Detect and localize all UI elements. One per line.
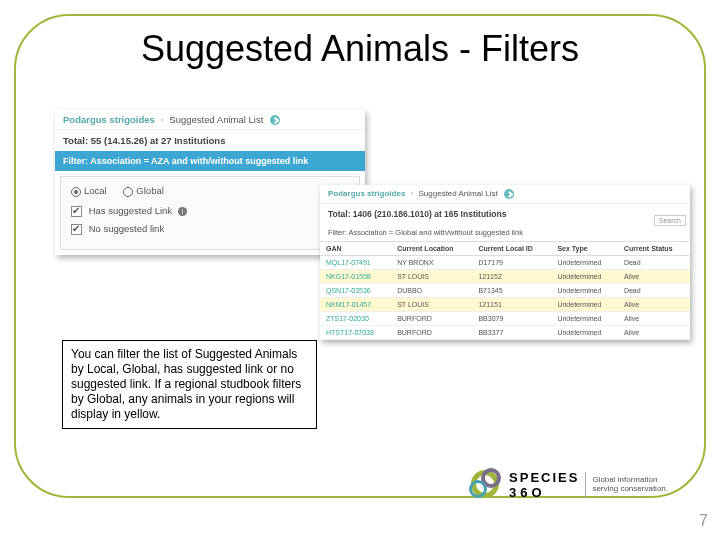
table-row[interactable]: ZTS17-02030BURFORDBB3079UndeterminedAliv… [320,312,690,326]
cell-status: Alive [618,298,690,312]
breadcrumb-species: Podargus strigoides [328,189,405,198]
cell-gan: MQL17-07491 [320,256,391,270]
total-text: Total: 55 (14.15.26) at 27 Institutions [55,130,365,151]
breadcrumb-species: Podargus strigoides [63,114,155,125]
breadcrumb-page: Suggested Animal List [169,114,263,125]
species360-logo: SPECIES 36O Global information serving c… [469,468,668,502]
cell-loc: ST LOUIS [391,270,472,284]
cell-loc: NY BRONX [391,256,472,270]
breadcrumb-separator: › [411,189,414,198]
col-localid[interactable]: Current Local ID [472,242,551,256]
cell-status: Dead [618,284,690,298]
col-status[interactable]: Current Status [618,242,690,256]
cell-id: D17179 [472,256,551,270]
cell-id: B71345 [472,284,551,298]
total-text: Total: 1406 (210.186.1010) at 165 Instit… [320,204,690,224]
logo-mark-icon [469,468,503,502]
checkbox-has-link-label: Has suggested Link [89,205,172,216]
search-input[interactable]: Search [654,215,686,226]
breadcrumb: Podargus strigoides › Suggested Animal L… [320,185,690,204]
info-icon[interactable]: i [178,207,187,216]
scope-radio-group: Local Global [71,185,349,196]
page-number: 7 [699,512,708,530]
cell-sex: Undetermined [551,298,618,312]
refresh-icon [504,189,514,199]
cell-id: 121152 [472,270,551,284]
cell-sex: Undetermined [551,312,618,326]
cell-id: BB3079 [472,312,551,326]
cell-status: Alive [618,312,690,326]
cell-sex: Undetermined [551,284,618,298]
radio-local[interactable] [71,187,81,197]
cell-gan: NKG17-01558 [320,270,391,284]
cell-status: Dead [618,256,690,270]
refresh-icon [270,115,280,125]
cell-loc: ST LOUIS [391,298,472,312]
filter-controls: Local Global Has suggested Link i No sug… [60,176,360,249]
table-header-row: GAN Current Location Current Local ID Se… [320,242,690,256]
filter-summary-text: Filter: Association = Global and with/wi… [320,224,690,241]
col-gan[interactable]: GAN [320,242,391,256]
cell-id: 121151 [472,298,551,312]
cell-gan: QSN17-03536 [320,284,391,298]
checkbox-no-link[interactable] [71,224,82,235]
checkbox-no-link-label: No suggested link [89,223,165,234]
caption-box: You can filter the list of Suggested Ani… [62,340,317,429]
logo-tagline2: serving conservation. [592,485,668,494]
radio-global[interactable] [123,187,133,197]
cell-status: Alive [618,326,690,340]
table-row[interactable]: QSN17-03536DUBBOB71345UndeterminedDead [320,284,690,298]
filter-panel-screenshot: Podargus strigoides › Suggested Animal L… [55,110,365,255]
animals-table: GAN Current Location Current Local ID Se… [320,241,690,340]
table-panel-screenshot: Podargus strigoides › Suggested Animal L… [320,185,690,340]
cell-loc: BURFORD [391,312,472,326]
table-row[interactable]: NKG17-01558ST LOUIS121152UndeterminedAli… [320,270,690,284]
col-location[interactable]: Current Location [391,242,472,256]
cell-gan: HTST17-07038 [320,326,391,340]
breadcrumb: Podargus strigoides › Suggested Animal L… [55,110,365,130]
cell-sex: Undetermined [551,270,618,284]
checkbox-has-link[interactable] [71,206,82,217]
cell-status: Alive [618,270,690,284]
cell-loc: DUBBO [391,284,472,298]
radio-global-label: Global [136,185,163,196]
slide-title: Suggested Animals - Filters [0,28,720,70]
cell-id: BB3377 [472,326,551,340]
breadcrumb-page: Suggested Animal List [419,189,498,198]
table-row[interactable]: NKM17-01457ST LOUIS121151UndeterminedAli… [320,298,690,312]
cell-sex: Undetermined [551,256,618,270]
logo-brand: SPECIES [509,470,579,485]
table-row[interactable]: MQL17-07491NY BRONXD17179UndeterminedDea… [320,256,690,270]
table-row[interactable]: HTST17-07038BURFORDBB3377UndeterminedAli… [320,326,690,340]
filter-summary-bar: Filter: Association = AZA and with/witho… [55,151,365,171]
logo-brand2: 36O [509,485,579,500]
cell-gan: ZTS17-02030 [320,312,391,326]
radio-local-label: Local [84,185,107,196]
col-sex[interactable]: Sex Type [551,242,618,256]
breadcrumb-separator: › [161,114,164,125]
cell-loc: BURFORD [391,326,472,340]
cell-gan: NKM17-01457 [320,298,391,312]
logo-divider [585,472,586,498]
cell-sex: Undetermined [551,326,618,340]
